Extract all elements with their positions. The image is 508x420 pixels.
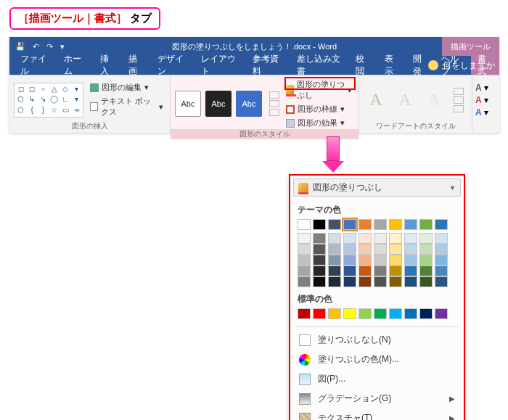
style-gallery-more[interactable]	[269, 91, 279, 116]
shape-style-gallery[interactable]: Abc Abc Abc	[175, 91, 279, 117]
color-swatch[interactable]	[389, 308, 402, 319]
color-swatch[interactable]	[298, 308, 311, 319]
style-preset-1[interactable]: Abc	[175, 91, 201, 117]
color-swatch[interactable]	[298, 244, 311, 255]
color-swatch[interactable]	[298, 219, 311, 230]
color-swatch[interactable]	[328, 244, 341, 255]
tell-me-bulb-icon[interactable]	[428, 60, 438, 70]
text-effects-button[interactable]: A ▾	[475, 107, 488, 118]
color-swatch[interactable]	[298, 233, 311, 244]
color-swatch[interactable]	[419, 308, 433, 319]
color-swatch[interactable]	[435, 244, 448, 255]
color-swatch[interactable]	[374, 255, 387, 265]
color-swatch[interactable]	[359, 276, 372, 287]
undo-icon[interactable]: ↶	[33, 42, 39, 52]
color-swatch[interactable]	[313, 308, 326, 319]
color-swatch[interactable]	[359, 233, 372, 244]
text-outline-button[interactable]: A ▾	[475, 95, 488, 105]
color-swatch[interactable]	[359, 219, 372, 230]
wordart-gallery-more[interactable]	[454, 88, 464, 112]
color-swatch[interactable]	[313, 265, 326, 276]
tab-design[interactable]: デザイン	[151, 56, 194, 75]
color-swatch[interactable]	[404, 219, 417, 230]
color-swatch[interactable]	[435, 265, 448, 276]
color-swatch[interactable]	[343, 244, 356, 255]
color-swatch[interactable]	[435, 255, 448, 265]
color-swatch[interactable]	[313, 233, 326, 244]
tab-draw[interactable]: 描画	[122, 56, 150, 75]
color-swatch[interactable]	[343, 308, 356, 319]
tab-home[interactable]: ホーム	[57, 56, 94, 75]
save-icon[interactable]: 💾	[15, 42, 25, 52]
shape-fill-button[interactable]: 図形の塗りつぶし ▾	[284, 78, 354, 102]
color-swatch[interactable]	[389, 219, 402, 230]
style-preset-2[interactable]: Abc	[205, 91, 232, 117]
tab-references[interactable]: 参考資料	[246, 56, 290, 75]
color-swatch[interactable]	[298, 255, 311, 265]
color-swatch[interactable]	[343, 265, 356, 276]
color-swatch[interactable]	[328, 255, 341, 265]
color-swatch[interactable]	[435, 233, 448, 244]
tab-review[interactable]: 校閲	[349, 56, 377, 75]
shape-effects-button[interactable]: 図形の効果 ▾	[284, 117, 354, 129]
color-swatch[interactable]	[298, 276, 311, 287]
color-swatch[interactable]	[435, 276, 448, 287]
tab-file[interactable]: ファイル	[14, 56, 57, 75]
color-swatch[interactable]	[419, 244, 433, 255]
color-swatch[interactable]	[328, 219, 341, 230]
color-swatch[interactable]	[343, 255, 356, 265]
gradient-fill-item[interactable]: グラデーション(G) ▶	[290, 389, 464, 408]
edit-shape-button[interactable]: 図形の編集 ▾	[88, 81, 165, 94]
color-swatch[interactable]	[359, 255, 372, 265]
color-swatch[interactable]	[404, 308, 417, 319]
color-swatch[interactable]	[404, 265, 417, 276]
wordart-preset-3[interactable]: A	[422, 88, 446, 112]
color-swatch[interactable]	[389, 255, 402, 265]
tab-mailings[interactable]: 差し込み文書	[290, 56, 350, 75]
picture-fill-item[interactable]: 図(P)...	[290, 369, 464, 389]
color-swatch[interactable]	[328, 308, 341, 319]
color-swatch[interactable]	[343, 219, 356, 230]
color-swatch[interactable]	[389, 233, 402, 244]
dropdown-header-button[interactable]: 図形の塗りつぶし ▼	[293, 178, 461, 197]
color-swatch[interactable]	[313, 244, 326, 255]
wordart-preset-2[interactable]: A	[393, 88, 417, 112]
shape-outline-button[interactable]: 図形の枠線 ▾	[284, 103, 354, 115]
color-swatch[interactable]	[359, 265, 372, 276]
color-swatch[interactable]	[359, 308, 372, 319]
color-swatch[interactable]	[374, 219, 387, 230]
color-swatch[interactable]	[419, 233, 433, 244]
color-swatch[interactable]	[404, 255, 417, 265]
color-swatch[interactable]	[343, 233, 356, 244]
tell-me-text[interactable]: 何をしますか	[443, 59, 495, 72]
color-swatch[interactable]	[419, 276, 433, 287]
color-swatch[interactable]	[328, 276, 341, 287]
color-swatch[interactable]	[404, 276, 417, 287]
tab-insert[interactable]: 挿入	[94, 56, 122, 75]
color-swatch[interactable]	[435, 308, 448, 319]
color-swatch[interactable]	[374, 308, 387, 319]
tab-view[interactable]: 表示	[378, 56, 406, 75]
color-swatch[interactable]	[328, 265, 341, 276]
shapes-gallery[interactable]: ◻◻○△◇▾ ⬡↳↘◯∟▾ ⬠{}☆▭≂	[14, 83, 83, 118]
color-swatch[interactable]	[389, 276, 402, 287]
color-swatch[interactable]	[389, 244, 402, 255]
color-swatch[interactable]	[328, 233, 341, 244]
color-swatch[interactable]	[374, 276, 387, 287]
more-fill-colors-item[interactable]: 塗りつぶしの色(M)...	[290, 350, 464, 369]
texture-fill-item[interactable]: テクスチャ(T) ▶	[290, 408, 464, 420]
color-swatch[interactable]	[404, 244, 417, 255]
color-swatch[interactable]	[419, 255, 433, 265]
color-swatch[interactable]	[359, 244, 372, 255]
color-swatch[interactable]	[389, 265, 402, 276]
color-swatch[interactable]	[419, 265, 433, 276]
textbox-button[interactable]: テキスト ボックス ▾	[88, 95, 165, 118]
color-swatch[interactable]	[374, 265, 387, 276]
qat-customize-icon[interactable]: ▾	[60, 42, 65, 52]
redo-icon[interactable]: ↷	[46, 42, 53, 52]
wordart-preset-1[interactable]: A	[364, 88, 388, 112]
color-swatch[interactable]	[313, 276, 326, 287]
color-swatch[interactable]	[374, 244, 387, 255]
color-swatch[interactable]	[313, 219, 326, 230]
color-swatch[interactable]	[343, 276, 356, 287]
